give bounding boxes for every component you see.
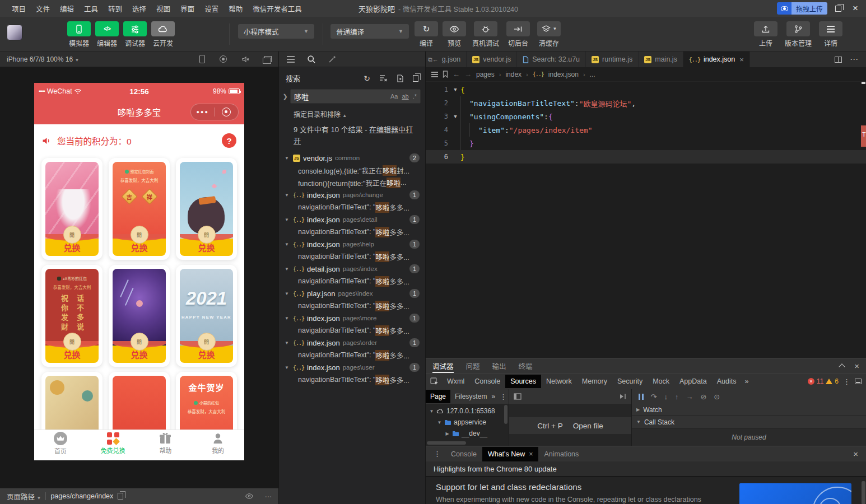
inspect-icon[interactable] [430, 377, 439, 385]
tree-folder-row[interactable]: ▶ __dev__ [426, 428, 509, 439]
real-device-debug-button[interactable]: 真机调试 [468, 21, 503, 48]
editor-tab[interactable]: JSruntime.js [586, 52, 639, 67]
menu-view[interactable]: 视图 [151, 3, 175, 14]
devtools-tab-appdata[interactable]: AppData [674, 375, 712, 388]
result-file-row[interactable]: ▼{..} index.jsonpages\change 1 [279, 189, 425, 201]
drawer-menu-icon[interactable]: ⋮ [429, 450, 445, 458]
step-icon[interactable]: → [686, 393, 693, 401]
result-file-row[interactable]: ▼{..} index.jsonpages\user 1 [279, 361, 425, 374]
more-icon[interactable]: » [491, 393, 495, 400]
preview-button[interactable]: 预览 [440, 21, 468, 48]
breadcrumb[interactable]: index.json [548, 71, 579, 78]
menu-file[interactable]: 文件 [31, 3, 55, 14]
navigator-toggle-icon[interactable] [514, 393, 522, 400]
regex-icon[interactable]: .* [413, 93, 417, 100]
tab-output[interactable]: 输出 [492, 359, 506, 373]
cloud-dev-button[interactable]: 云开发 [149, 21, 177, 48]
open-new-search-editor-icon[interactable] [397, 74, 404, 82]
simulator-toggle-button[interactable]: 模拟器 [65, 21, 93, 48]
prize-card[interactable]: 2021 HAPPY NEW YEAR 開 兑换 [176, 265, 237, 367]
result-file-row[interactable]: ▼{..} index.jsonpages\help 1 [279, 238, 425, 250]
result-match-row[interactable]: navigationBarTitleText": "哆啦多多... [279, 201, 425, 213]
tree-host-row[interactable]: ▼ 127.0.0.1:65368 [426, 405, 509, 417]
mode-select[interactable]: 小程序模式▼ [238, 24, 314, 39]
mute-icon[interactable] [241, 55, 250, 63]
editor-tab-active[interactable]: {..}index.json× [683, 52, 750, 67]
float-window-icon[interactable] [264, 56, 272, 62]
record-icon[interactable] [220, 55, 227, 63]
devtools-tab-security[interactable]: Security [612, 375, 648, 388]
result-match-row[interactable]: navigationBarTitleText": "哆啦多多... [279, 324, 425, 337]
devtools-tab-network[interactable]: Network [541, 375, 577, 388]
rotate-device-icon[interactable] [199, 55, 205, 63]
whole-word-icon[interactable]: ab [402, 93, 408, 100]
prize-card[interactable]: 開 兑换 [109, 265, 170, 367]
devtools-tab-sources[interactable]: Sources [505, 375, 541, 388]
drawer-tab-animations[interactable]: Animations [538, 447, 584, 461]
devtools-tab-mock[interactable]: Mock [648, 375, 674, 388]
page-path-label[interactable]: 页面路径 ▼ [7, 491, 41, 502]
close-tab-icon[interactable]: × [739, 55, 744, 64]
search-icon[interactable] [307, 55, 316, 64]
warning-count[interactable]: 6 [835, 377, 839, 385]
close-panel-icon[interactable]: × [854, 361, 859, 371]
compile-mode-select[interactable]: 普通编译▼ [330, 24, 409, 39]
close-window-icon[interactable]: × [849, 0, 862, 17]
result-file-row[interactable]: ▼{..} detail.jsonpages\index 1 [279, 263, 425, 275]
sources-tab-filesystem[interactable]: Filesystem [450, 390, 491, 403]
whatsnew-scrollbar[interactable] [862, 481, 865, 504]
tab-mine[interactable]: 我的 [192, 430, 244, 456]
compile-button[interactable]: ↻ 编译 [412, 21, 440, 48]
menu-help[interactable]: 帮助 [224, 3, 248, 14]
close-drawer-icon[interactable]: × [853, 449, 863, 459]
editor-tab[interactable]: Search: 32.u7u [517, 52, 586, 67]
drawer-tab-whats-new[interactable]: What's New× [482, 447, 539, 461]
devtools-tab-memory[interactable]: Memory [577, 375, 612, 388]
code-area[interactable]: 1▼{ 2"navigationBarTitleText": "欧皇源码论坛",… [426, 82, 866, 164]
nav-forward-icon[interactable]: → [464, 70, 472, 78]
tab-terminal[interactable]: 终端 [519, 359, 533, 373]
nav-back-icon[interactable]: ← [453, 70, 460, 78]
result-match-row[interactable]: navigationBarTitleText": "哆啦多多... [279, 250, 425, 263]
menu-tools[interactable]: 工具 [79, 3, 103, 14]
callstack-section[interactable]: ▼Call Stack [632, 416, 866, 428]
bookmark-icon[interactable] [443, 71, 448, 78]
menu-devtools[interactable]: 微信开发者工具 [248, 3, 307, 14]
tab-home[interactable]: 首页 [34, 430, 87, 456]
open-panel-right-icon[interactable] [619, 393, 627, 400]
result-file-row[interactable]: ▼{..} index.jsonpages\more 1 [279, 312, 425, 324]
devtools-tab-wxml[interactable]: Wxml [442, 375, 469, 388]
breadcrumb[interactable]: ... [590, 71, 595, 78]
step-into-icon[interactable]: ↑ [675, 393, 679, 401]
clear-results-icon[interactable] [379, 74, 388, 82]
result-match-row[interactable]: console.log(e),{title:"我正在哆啦封... [279, 164, 425, 176]
help-button[interactable]: ? [222, 133, 236, 148]
breadcrumb[interactable]: index [505, 71, 522, 78]
outline-icon[interactable] [431, 72, 438, 73]
tree-folder-row[interactable]: ▼ appservice [426, 417, 509, 428]
step-over-icon[interactable]: ↓ [664, 393, 668, 401]
result-match-row[interactable]: navigationBarTitleText": "哆啦多多... [279, 374, 425, 386]
menu-select[interactable]: 选择 [127, 3, 151, 14]
editor-toggle-button[interactable]: </> 编辑器 [93, 21, 121, 48]
switch-background-button[interactable]: 切后台 [503, 21, 533, 48]
more-menu-button[interactable]: ●●● [191, 109, 215, 115]
collapse-panel-icon[interactable] [839, 363, 845, 370]
tab-problems[interactable]: 问题 [466, 359, 480, 373]
menu-edit[interactable]: 编辑 [55, 3, 79, 14]
clear-cache-button[interactable]: ▼ 清缓存 [533, 21, 565, 48]
prize-card[interactable]: 预定红包封面 恭喜发财，大吉大利 吉祥 開 兑换 [109, 158, 170, 260]
user-avatar[interactable] [7, 25, 22, 40]
error-count[interactable]: 11 [817, 377, 823, 385]
result-match-row[interactable]: navigationBarTitleText": "哆啦多多... [279, 349, 425, 361]
result-file-row[interactable]: ▼{..} index.jsonpages\order 1 [279, 337, 425, 349]
more-tabs-icon[interactable]: » [741, 377, 752, 385]
fold-icon[interactable]: ▼ [450, 87, 460, 92]
search-dir-toggle[interactable]: 指定目录和排除 ▲ [279, 106, 425, 120]
result-match-row[interactable]: navigationBarTitleText": "哆啦多多... [279, 275, 425, 287]
watch-page-icon[interactable] [245, 493, 254, 500]
fold-icon[interactable]: ▼ [450, 114, 460, 119]
debugger-toggle-button[interactable]: 调试器 [121, 21, 149, 48]
resume-icon[interactable]: ↷ [651, 393, 657, 401]
pause-on-exceptions-icon[interactable]: ⊙ [714, 393, 720, 401]
